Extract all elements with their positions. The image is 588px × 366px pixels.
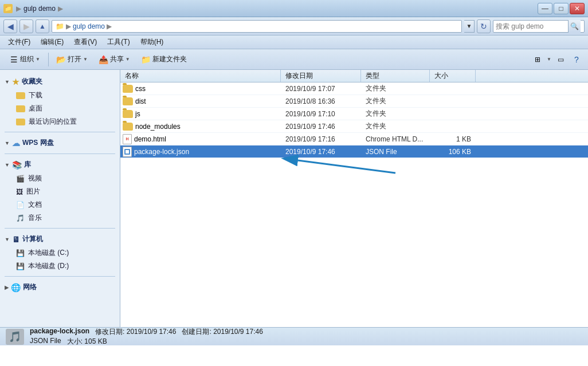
folder-icon	[123, 85, 133, 93]
file-row[interactable]: js 2019/10/9 17:10 文件夹	[120, 108, 588, 120]
new-folder-icon: 📁	[142, 55, 151, 64]
sidebar-item-video[interactable]: 🎬 视频	[0, 172, 120, 185]
window-icon: 📁	[3, 4, 13, 13]
sidebar: ▼ ★ 收藏夹 下载 桌面 最近访问的位置 ▼ ☁ WPS 网盘 ▼ 📚 库	[0, 70, 120, 327]
file-list: 名称 修改日期 类型 大小 css 2019/10/9 17:07 文件夹 di…	[120, 70, 588, 327]
minimize-button[interactable]: —	[538, 3, 552, 14]
menu-bar: 文件(F) 编辑(E) 查看(V) 工具(T) 帮助(H)	[0, 36, 588, 49]
file-type: 文件夹	[361, 121, 430, 131]
open-icon: 📂	[57, 55, 66, 64]
breadcrumb-dropdown[interactable]: ▼	[464, 20, 475, 33]
menu-file[interactable]: 文件(F)	[3, 36, 35, 48]
sidebar-item-drive-c[interactable]: 💾 本地磁盘 (C:)	[0, 246, 120, 259]
sidebar-section-library[interactable]: ▼ 📚 库	[0, 158, 120, 172]
title-bar-left: 📁 ▶ gulp demo ▶	[3, 4, 63, 13]
sidebar-item-desktop[interactable]: 桌面	[0, 102, 120, 115]
share-icon: 📤	[99, 55, 108, 64]
search-icon[interactable]: 🔍	[568, 20, 581, 33]
status-filename: package-lock.json	[30, 327, 89, 337]
file-row[interactable]: dist 2019/10/8 16:36 文件夹	[120, 95, 588, 108]
file-name-cell: package-lock.json	[120, 147, 281, 157]
toolbar-right: ⊞ ▼ ▭ ?	[531, 53, 583, 66]
file-type: 文件夹	[361, 96, 430, 106]
file-date: 2019/10/9 17:07	[281, 85, 361, 93]
status-created: 创建日期: 2019/10/9 17:46	[182, 327, 262, 337]
file-type: JSON File	[361, 148, 430, 156]
file-name-cell: dist	[120, 97, 281, 105]
sidebar-sep-3	[5, 228, 115, 229]
new-folder-button[interactable]: 📁 新建文件夹	[137, 52, 191, 66]
status-size: 大小: 105 KB	[67, 337, 107, 347]
file-name-text: demo.html	[134, 135, 166, 143]
maximize-button[interactable]: □	[554, 3, 569, 14]
file-row[interactable]: css 2019/10/9 17:07 文件夹	[120, 82, 588, 95]
forward-button[interactable]: ▶	[19, 19, 33, 33]
change-view-button[interactable]: ⊞	[531, 53, 544, 66]
folder-icon	[16, 119, 25, 125]
share-button[interactable]: 📤 共享 ▼	[95, 52, 135, 66]
file-name-text: node_modules	[135, 123, 181, 131]
folder-icon	[123, 97, 133, 105]
folder-icon	[16, 92, 25, 99]
folder-icon	[123, 123, 133, 131]
file-size: 106 KB	[430, 148, 476, 156]
cloud-icon: ☁	[12, 139, 20, 148]
help-button[interactable]: ?	[570, 53, 583, 66]
sidebar-item-download[interactable]: 下载	[0, 89, 120, 102]
menu-edit[interactable]: 编辑(E)	[36, 36, 68, 48]
file-name-text: package-lock.json	[134, 148, 189, 156]
main-layout: ▼ ★ 收藏夹 下载 桌面 最近访问的位置 ▼ ☁ WPS 网盘 ▼ 📚 库	[0, 70, 588, 327]
html-icon: H	[123, 134, 132, 144]
sidebar-item-music[interactable]: 🎵 音乐	[0, 211, 120, 225]
col-header-size[interactable]: 大小	[430, 70, 476, 82]
window-controls: — □ ✕	[538, 3, 585, 14]
refresh-button[interactable]: ↻	[477, 19, 491, 33]
sidebar-item-recent[interactable]: 最近访问的位置	[0, 115, 120, 128]
status-info: package-lock.json 修改日期: 2019/10/9 17:46 …	[30, 327, 263, 347]
organize-button[interactable]: ☰ 组织 ▼	[5, 52, 45, 66]
search-input[interactable]	[493, 22, 568, 30]
breadcrumb-bar: 📁 ▶ gulp demo ▶	[52, 20, 462, 33]
file-row[interactable]: package-lock.json 2019/10/9 17:46 JSON F…	[120, 145, 588, 158]
col-header-date[interactable]: 修改日期	[281, 70, 361, 82]
title-bar: 📁 ▶ gulp demo ▶ — □ ✕	[0, 0, 588, 17]
sidebar-sep-2	[5, 154, 115, 154]
file-date: 2019/10/8 16:36	[281, 97, 361, 105]
col-header-name[interactable]: 名称	[120, 70, 281, 82]
file-date: 2019/10/9 17:10	[281, 110, 361, 118]
breadcrumb-path[interactable]: gulp demo	[73, 22, 105, 30]
col-header-type[interactable]: 类型	[361, 70, 430, 82]
file-name-text: dist	[135, 97, 146, 105]
file-type: 文件夹	[361, 109, 430, 119]
status-bar: 🎵 package-lock.json 修改日期: 2019/10/9 17:4…	[0, 327, 588, 345]
file-row[interactable]: node_modules 2019/10/9 17:46 文件夹	[120, 120, 588, 133]
file-row[interactable]: H demo.html 2019/10/9 17:16 Chrome HTML …	[120, 133, 588, 145]
address-bar: ◀ ▶ ▲ 📁 ▶ gulp demo ▶ ▼ ↻ 🔍	[0, 17, 588, 36]
file-name-cell: H demo.html	[120, 134, 281, 144]
toolbar-sep-1	[48, 53, 49, 66]
folder-icon	[123, 110, 133, 118]
menu-view[interactable]: 查看(V)	[69, 36, 101, 48]
file-date: 2019/10/9 17:46	[281, 148, 361, 156]
sidebar-section-computer[interactable]: ▼ 🖥 计算机	[0, 232, 120, 246]
sidebar-section-favorites[interactable]: ▼ ★ 收藏夹	[0, 74, 120, 89]
menu-help[interactable]: 帮助(H)	[136, 36, 168, 48]
json-icon	[123, 147, 132, 157]
close-button[interactable]: ✕	[570, 3, 585, 14]
status-modified: 修改日期: 2019/10/9 17:46	[95, 327, 176, 337]
file-date: 2019/10/9 17:16	[281, 135, 361, 143]
title-bar-path: ▶ gulp demo ▶	[16, 5, 63, 13]
sidebar-item-drive-d[interactable]: 💾 本地磁盘 (D:)	[0, 259, 120, 273]
sidebar-section-wps[interactable]: ▼ ☁ WPS 网盘	[0, 136, 120, 150]
sidebar-item-photo[interactable]: 🖼 图片	[0, 185, 120, 198]
file-name-cell: css	[120, 85, 281, 93]
sidebar-item-docs[interactable]: 📄 文档	[0, 198, 120, 211]
menu-tools[interactable]: 工具(T)	[103, 36, 134, 48]
open-button[interactable]: 📂 打开 ▼	[52, 52, 92, 66]
preview-pane-button[interactable]: ▭	[554, 53, 567, 66]
file-type: Chrome HTML D...	[361, 135, 430, 143]
back-button[interactable]: ◀	[3, 19, 17, 33]
breadcrumb-item[interactable]: 📁	[56, 22, 64, 30]
sidebar-section-network[interactable]: ▶ 🌐 网络	[0, 280, 120, 294]
up-button[interactable]: ▲	[36, 19, 49, 33]
